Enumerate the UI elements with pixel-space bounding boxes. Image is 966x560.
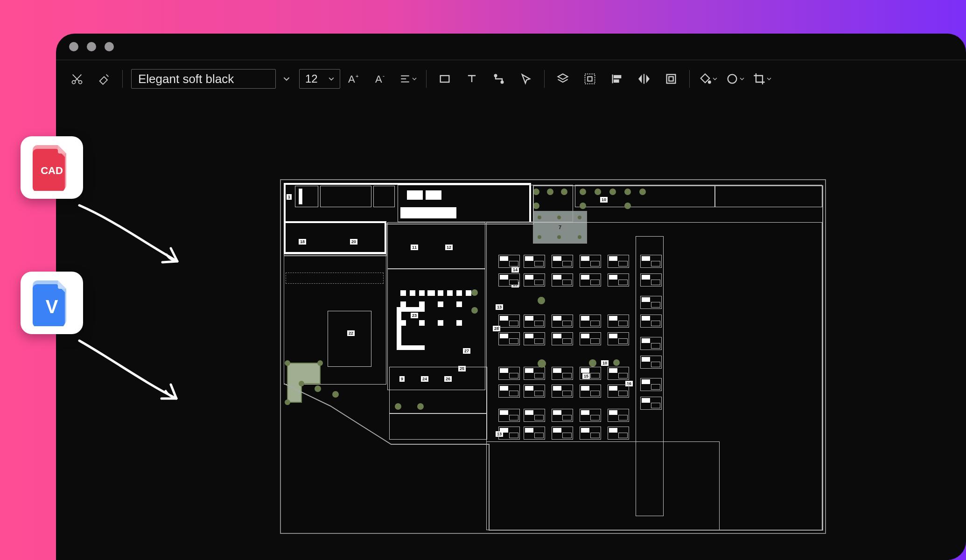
chevron-down-icon xyxy=(713,77,717,81)
scissors-icon xyxy=(70,72,84,85)
toolbar: Elegant soft black 12 A+ A- xyxy=(56,60,966,98)
svg-point-18 xyxy=(317,360,323,366)
svg-point-17 xyxy=(285,360,290,366)
cad-file-card[interactable]: CAD xyxy=(21,136,83,199)
svg-rect-9 xyxy=(585,74,595,84)
room-label: 18 xyxy=(299,239,306,245)
arrow-visio-to-canvas xyxy=(75,336,196,420)
cut-button[interactable] xyxy=(63,65,91,93)
align-lines-icon xyxy=(399,73,411,85)
svg-point-8 xyxy=(501,81,504,84)
window-titlebar xyxy=(56,34,966,60)
cursor-icon xyxy=(519,72,532,85)
chevron-down-icon xyxy=(740,77,744,81)
font-size-picker[interactable]: 12 xyxy=(299,69,340,89)
rectangle-icon xyxy=(438,72,451,85)
arrow-cad-to-canvas xyxy=(75,201,196,285)
font-picker-caret[interactable] xyxy=(280,69,294,89)
svg-text:A: A xyxy=(375,73,382,85)
text-tool[interactable] xyxy=(458,65,485,93)
connector-tool[interactable] xyxy=(485,65,512,93)
svg-point-16 xyxy=(728,75,737,84)
font-grow-icon: A+ xyxy=(346,72,361,85)
align-objects-button[interactable] xyxy=(603,65,630,93)
shadow-button[interactable] xyxy=(721,65,749,93)
paint-icon xyxy=(98,72,111,85)
svg-rect-10 xyxy=(588,77,592,81)
svg-point-1 xyxy=(79,81,82,84)
svg-rect-14 xyxy=(669,77,673,81)
chevron-down-icon xyxy=(767,77,771,81)
group-button[interactable] xyxy=(576,65,603,93)
font-shrink-button[interactable]: A- xyxy=(367,65,394,93)
svg-text:CAD: CAD xyxy=(41,165,63,176)
room-label: 1 xyxy=(287,194,292,200)
align-left-icon xyxy=(610,72,623,85)
svg-rect-11 xyxy=(614,76,621,78)
svg-text:+: + xyxy=(356,73,358,79)
svg-text:A: A xyxy=(348,73,355,85)
connector-icon xyxy=(492,72,505,85)
svg-point-15 xyxy=(708,81,711,84)
crop-button[interactable] xyxy=(749,65,776,93)
crop-icon xyxy=(753,72,766,85)
toolbar-separator xyxy=(689,70,690,88)
pointer-tool[interactable] xyxy=(512,65,539,93)
font-picker[interactable]: Elegant soft black xyxy=(131,69,276,89)
align-menu-button[interactable] xyxy=(394,65,421,93)
layers-icon xyxy=(556,72,569,85)
svg-point-0 xyxy=(72,81,76,84)
text-icon xyxy=(465,72,478,85)
chevron-down-icon xyxy=(283,76,290,82)
font-grow-button[interactable]: A+ xyxy=(340,65,367,93)
svg-rect-12 xyxy=(614,80,618,82)
traffic-zoom[interactable] xyxy=(105,42,114,51)
traffic-close[interactable] xyxy=(69,42,78,51)
font-name-value: Elegant soft black xyxy=(138,72,234,86)
landscape-shape xyxy=(280,357,329,409)
floorplan-canvas[interactable]: 7 1 18 20 11 12 14 15 13 10 22 23 10 28 … xyxy=(280,179,826,534)
svg-point-20 xyxy=(285,399,290,405)
flip-button[interactable] xyxy=(630,65,658,93)
visio-file-card[interactable]: V xyxy=(21,272,83,334)
svg-rect-13 xyxy=(667,75,676,84)
room-label: 10 xyxy=(600,197,608,203)
layers-button[interactable] xyxy=(549,65,576,93)
toolbar-separator xyxy=(122,70,123,88)
group-icon xyxy=(583,72,596,85)
paint-bucket-icon xyxy=(699,72,712,85)
font-shrink-icon: A- xyxy=(373,72,388,85)
chevron-down-icon xyxy=(329,76,334,82)
traffic-minimize[interactable] xyxy=(87,42,96,51)
cad-file-icon: CAD xyxy=(32,144,72,191)
chevron-down-icon xyxy=(412,77,417,81)
fit-page-button[interactable] xyxy=(658,65,685,93)
visio-file-icon: V xyxy=(32,280,72,326)
page-fit-icon xyxy=(665,72,678,85)
svg-point-19 xyxy=(299,381,304,386)
rectangle-tool[interactable] xyxy=(431,65,458,93)
svg-rect-6 xyxy=(441,76,449,82)
format-painter-button[interactable] xyxy=(91,65,118,93)
svg-text:-: - xyxy=(383,73,385,79)
fill-button[interactable] xyxy=(694,65,721,93)
room-label: 20 xyxy=(350,239,357,245)
font-size-value: 12 xyxy=(305,72,318,85)
flip-icon xyxy=(637,72,651,85)
svg-point-7 xyxy=(495,75,497,77)
toolbar-separator xyxy=(426,70,427,88)
svg-text:V: V xyxy=(46,296,58,317)
circle-shadow-icon xyxy=(726,72,739,85)
toolbar-separator xyxy=(544,70,545,88)
app-window: Elegant soft black 12 A+ A- xyxy=(56,34,966,560)
